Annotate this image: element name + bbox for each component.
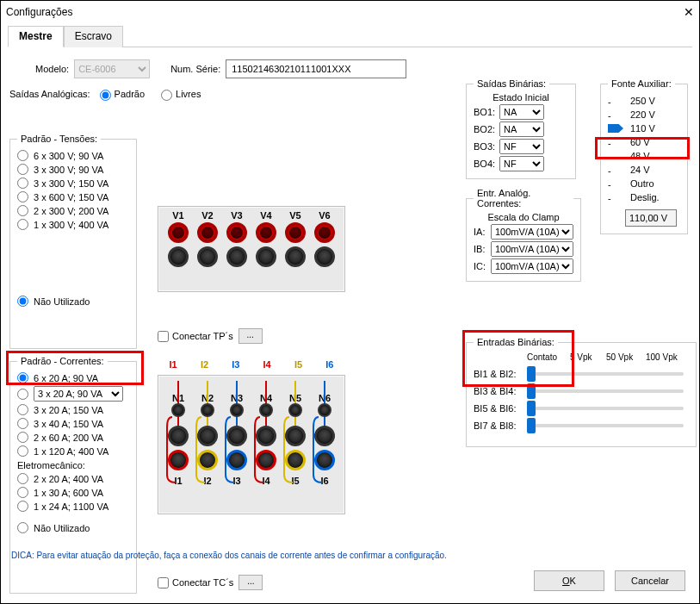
bo1-select[interactable]: NA bbox=[499, 104, 544, 120]
opt-tensao-3[interactable]: 3 x 600 V; 150 VA bbox=[17, 191, 129, 202]
opt-corr-3[interactable]: 3 x 40 A; 150 VA bbox=[17, 418, 129, 429]
titlebar: Configurações ✕ bbox=[1, 1, 699, 23]
ic-select[interactable]: 100mV/A (10A) bbox=[491, 258, 573, 274]
ok-button[interactable]: OK bbox=[534, 570, 604, 591]
plug-v6-red bbox=[314, 222, 335, 243]
opt-tensao-4[interactable]: 2 x 300 V; 200 VA bbox=[17, 205, 129, 216]
top-i2: I2 bbox=[201, 359, 208, 370]
plug-v2-blk bbox=[197, 246, 218, 267]
fonte-value-input[interactable] bbox=[625, 209, 677, 227]
tab-master[interactable]: Mestre bbox=[8, 26, 64, 47]
i3-label: I3 bbox=[232, 476, 240, 486]
eletro-label: Eletromecânico: bbox=[17, 460, 129, 470]
bo4-select[interactable]: NF bbox=[499, 156, 544, 171]
plug-i3-blk bbox=[226, 426, 247, 446]
footer: OK Cancelar bbox=[1, 565, 699, 603]
check-conectar-tp[interactable] bbox=[158, 331, 169, 342]
tab-slave[interactable]: Escravo bbox=[64, 26, 123, 47]
opt-tensao-2[interactable]: 3 x 300 V; 150 VA bbox=[17, 177, 129, 189]
fonte-opt-0[interactable]: -250 V bbox=[608, 96, 680, 106]
opt-corr-0[interactable]: 6 x 20 A; 90 VA bbox=[17, 372, 129, 383]
fonte-opt-3[interactable]: -60 V bbox=[608, 137, 680, 147]
plug-i1-blk bbox=[168, 426, 189, 446]
slider-bi12[interactable] bbox=[527, 372, 684, 376]
plug-i4-blk bbox=[256, 426, 276, 446]
plug-i4 bbox=[256, 450, 276, 470]
opt-corr-2[interactable]: 3 x 20 A; 150 VA bbox=[17, 404, 129, 415]
plug-v2-red bbox=[197, 222, 218, 243]
serial-input[interactable] bbox=[226, 59, 406, 78]
v6-label: V6 bbox=[319, 210, 330, 221]
fonte-opt-1[interactable]: -220 V bbox=[608, 109, 680, 120]
opt-tensao-nao[interactable]: Não Utilizado bbox=[17, 296, 129, 307]
bo2-select[interactable]: NA bbox=[499, 121, 544, 137]
content: Modelo: CE-6006 Num. Série: Saídas Analó… bbox=[1, 47, 699, 567]
bo3-label: BO3: bbox=[474, 141, 499, 152]
i6-label: I6 bbox=[320, 476, 328, 486]
correntes-legend: Padrão - Correntes: bbox=[17, 356, 108, 366]
ia-label: IA: bbox=[474, 227, 491, 237]
bo4-label: BO4: bbox=[474, 159, 499, 169]
ib-select[interactable]: 100mV/A (10A) bbox=[491, 241, 573, 257]
cancel-button[interactable]: Cancelar bbox=[615, 570, 685, 591]
serial-label: Num. Série: bbox=[170, 64, 220, 74]
top-i5: I5 bbox=[294, 359, 302, 370]
n1-label: N1 bbox=[172, 393, 184, 403]
fonte-tick-icon bbox=[608, 124, 623, 133]
fonte-opt-2[interactable]: 110 V bbox=[608, 123, 680, 134]
plug-i6 bbox=[314, 450, 335, 470]
fonte-opt-6[interactable]: -Outro bbox=[608, 178, 680, 189]
model-select[interactable]: CE-6006 bbox=[74, 59, 150, 78]
opt-eletro-1[interactable]: 1 x 30 A; 600 VA bbox=[17, 487, 129, 498]
plug-i2-blk bbox=[197, 426, 218, 446]
fonte-opt-7[interactable]: -Deslig. bbox=[608, 192, 680, 202]
top-i6: I6 bbox=[325, 359, 333, 370]
slider-bi34[interactable] bbox=[527, 389, 684, 393]
n4-label: N4 bbox=[260, 393, 272, 403]
opt-tensao-5[interactable]: 1 x 300 V; 400 VA bbox=[17, 219, 129, 230]
radio-livres[interactable]: Livres bbox=[157, 87, 201, 101]
n2-label: N2 bbox=[201, 393, 214, 403]
bo3-select[interactable]: NF bbox=[499, 139, 544, 154]
analog-in-legend: Entr. Analóg. Correntes: bbox=[474, 188, 573, 209]
tp-dots-button[interactable]: ... bbox=[238, 328, 263, 344]
v5-label: V5 bbox=[289, 210, 300, 221]
opt-corr-5[interactable]: 1 x 120 A; 400 VA bbox=[17, 445, 129, 457]
opt-tensao-1[interactable]: 3 x 300 V; 90 VA bbox=[17, 164, 129, 175]
v2-label: V2 bbox=[201, 210, 213, 221]
conectar-tp-label: Conectar TP´s bbox=[172, 331, 233, 341]
fonte-opt-5[interactable]: -24 V bbox=[608, 165, 680, 175]
plug-v1-red bbox=[168, 222, 189, 243]
slider-bi78[interactable] bbox=[527, 424, 684, 427]
v4-label: V4 bbox=[260, 210, 271, 221]
n5-label: N5 bbox=[289, 393, 301, 403]
slider-bi56[interactable] bbox=[527, 407, 684, 410]
opt-eletro-0[interactable]: 2 x 20 A; 400 VA bbox=[17, 473, 129, 484]
bi56-label: BI5 & BI6: bbox=[474, 403, 527, 414]
hdr-contato: Contato bbox=[527, 352, 570, 362]
fonte-tick-icon: - bbox=[608, 152, 623, 160]
i2-label: I2 bbox=[203, 476, 211, 486]
ic-label: IC: bbox=[474, 261, 491, 271]
estado-inicial-label: Estado Inicial bbox=[474, 92, 568, 103]
ia-select[interactable]: 100mV/A (10A) bbox=[491, 224, 573, 240]
opt-corr-nao[interactable]: Não Utilizado bbox=[17, 522, 129, 533]
close-icon[interactable]: ✕ bbox=[660, 5, 694, 19]
top-i1: I1 bbox=[170, 359, 177, 370]
opt-eletro-2[interactable]: 1 x 24 A; 1100 VA bbox=[17, 501, 129, 512]
radio-padrao[interactable]: Padrão bbox=[96, 87, 145, 101]
top-i4: I4 bbox=[263, 359, 271, 370]
plug-i2 bbox=[197, 450, 218, 470]
opt-tensao-0[interactable]: 6 x 300 V; 90 VA bbox=[17, 150, 129, 161]
n3-label: N3 bbox=[231, 393, 243, 403]
plug-v4-blk bbox=[256, 246, 276, 267]
plug-i1 bbox=[168, 450, 189, 470]
fonte-opt-4[interactable]: -48 V bbox=[608, 151, 680, 161]
v3-label: V3 bbox=[231, 210, 242, 221]
opt-corr-1-select[interactable]: 3 x 20 A; 90 VA bbox=[17, 386, 129, 402]
v1-label: V1 bbox=[172, 210, 183, 221]
tab-bar: Mestre Escravo bbox=[8, 25, 692, 47]
top-i3: I3 bbox=[232, 359, 239, 370]
fonte-tick-icon: - bbox=[608, 179, 623, 188]
opt-corr-4[interactable]: 2 x 60 A; 200 VA bbox=[17, 432, 129, 443]
